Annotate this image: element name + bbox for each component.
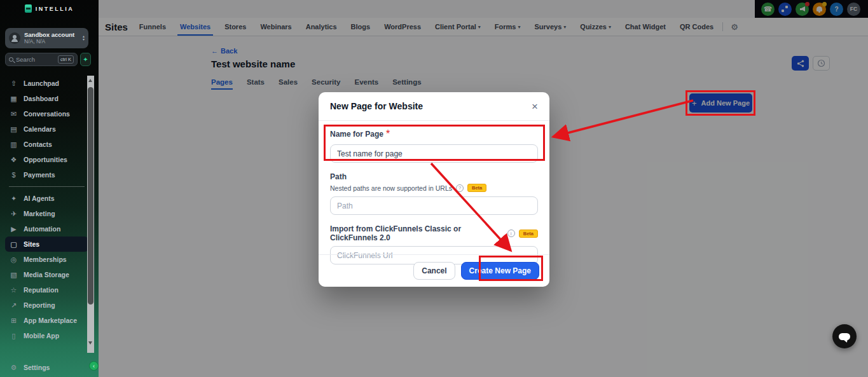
sidebar-nav: ⇧Launchpad ▦Dashboard ✉Conversations ▤Ca… [5, 76, 88, 343]
payments-dollar-icon: $ [10, 171, 18, 179]
sites-browser-icon: ▢ [10, 240, 18, 249]
sidebar-item-calendars[interactable]: ▤Calendars [5, 121, 88, 137]
sidebar-item-label: AI Agents [24, 195, 55, 202]
sidebar-item-label: Opportunities [24, 156, 67, 163]
scrollbar-thumb[interactable] [88, 87, 93, 305]
reputation-star-icon: ☆ [10, 286, 18, 294]
sidebar-item-payments[interactable]: $Payments [5, 167, 88, 182]
sidebar-item-label: Marketing [24, 210, 55, 217]
search-input[interactable]: Search ctrl K [5, 53, 78, 66]
sidebar-item-ai-agents[interactable]: ✦AI Agents [5, 191, 88, 206]
sidebar-item-conversations[interactable]: ✉Conversations [5, 106, 88, 121]
path-help-text: Nested paths are now supported in URLs [330, 184, 452, 192]
contacts-book-icon: ▥ [10, 141, 18, 149]
name-for-page-label: Name for Page [330, 130, 383, 139]
sidebar-scrollbar[interactable] [87, 76, 94, 353]
sidebar-item-label: Automation [24, 225, 60, 233]
sidebar-divider [9, 186, 85, 187]
account-avatar-icon [9, 32, 20, 44]
sidebar-collapse-button[interactable]: ‹ [89, 361, 99, 371]
sparkle-icon: ✦ [83, 56, 88, 63]
sidebar-item-mobile-app[interactable]: ▯Mobile App [5, 328, 88, 343]
sidebar-item-automation[interactable]: ▶Automation [5, 221, 88, 236]
account-name: Sandbox account [24, 32, 79, 39]
sidebar-item-label: Mobile App [24, 332, 59, 339]
sidebar-item-dashboard[interactable]: ▦Dashboard [5, 91, 88, 106]
sidebar-item-launchpad[interactable]: ⇧Launchpad [5, 76, 88, 91]
mobile-phone-icon: ▯ [10, 332, 18, 340]
sidebar-item-marketing[interactable]: ✈Marketing [5, 206, 88, 221]
scrollbar-up-arrow-icon[interactable] [88, 79, 92, 82]
account-subtext: N/A, N/A [24, 39, 79, 45]
ai-sparkle-icon: ✦ [10, 195, 18, 203]
sidebar-item-label: Conversations [24, 110, 70, 118]
sidebar-item-opportunities[interactable]: ❖Opportunities [5, 152, 88, 167]
calendar-icon: ▤ [10, 125, 18, 134]
sidebar-item-label: Media Storage [24, 271, 69, 278]
cancel-button[interactable]: Cancel [413, 262, 455, 280]
chat-bubble-icon [839, 333, 850, 340]
chat-bubble-icon: ✉ [10, 110, 18, 118]
search-icon [9, 57, 13, 62]
search-placeholder: Search [16, 56, 55, 63]
dashboard-grid-icon: ▦ [10, 95, 18, 103]
sidebar-item-label: Payments [24, 171, 55, 179]
collapse-chevron-icon: ‹ [93, 363, 95, 369]
sidebar-item-reporting[interactable]: ↗Reporting [5, 298, 88, 313]
sidebar-item-app-marketplace[interactable]: ⊞App Marketplace [5, 313, 88, 328]
import-clickfunnels-label: Import from ClickFunnels Classic or Clic… [330, 224, 504, 242]
path-input[interactable] [330, 196, 538, 215]
sidebar-item-memberships[interactable]: ◎Memberships [5, 252, 88, 267]
create-new-page-button[interactable]: Create New Page [461, 262, 539, 280]
info-circle-icon[interactable]: i [507, 230, 515, 237]
sidebar-item-label: Reputation [24, 286, 59, 294]
brand-logo: INTELLIA [0, 4, 99, 13]
chat-widget-button[interactable] [832, 324, 857, 348]
account-switcher[interactable]: Sandbox account N/A, N/A ▴▾ [5, 28, 88, 48]
rocket-icon: ⇧ [10, 79, 18, 88]
sidebar-item-label: Calendars [24, 125, 56, 133]
brand-logo-icon [25, 4, 32, 13]
paper-plane-icon: ✈ [10, 210, 18, 218]
media-image-icon: ▧ [10, 271, 18, 279]
sidebar-item-label: Memberships [24, 256, 67, 263]
sidebar: INTELLIA Sandbox account N/A, N/A ▴▾ Sea… [0, 0, 99, 377]
close-icon[interactable]: × [532, 101, 538, 112]
sidebar-item-contacts[interactable]: ▥Contacts [5, 137, 88, 152]
new-page-modal: New Page for Website × Name for Page * P… [319, 92, 549, 287]
sidebar-item-settings[interactable]: ⚙Settings [5, 360, 88, 375]
sidebar-item-label: App Marketplace [24, 317, 77, 324]
sidebar-item-reputation[interactable]: ☆Reputation [5, 282, 88, 298]
sidebar-item-label: Launchpad [24, 79, 59, 87]
sidebar-item-media-storage[interactable]: ▧Media Storage [5, 267, 88, 282]
ai-quick-button[interactable]: ✦ [80, 53, 91, 66]
membership-medal-icon: ◎ [10, 256, 18, 264]
automation-play-icon: ▶ [10, 225, 18, 233]
app-marketplace-icon: ⊞ [10, 317, 18, 325]
brand-logo-text: INTELLIA [36, 6, 74, 12]
modal-title: New Page for Website [330, 101, 423, 111]
sidebar-item-label: Dashboard [24, 95, 59, 102]
beta-badge: Beta [467, 184, 486, 192]
sidebar-item-label: Contacts [24, 141, 52, 148]
gear-icon: ⚙ [10, 364, 18, 372]
reporting-chart-icon: ↗ [10, 301, 18, 310]
account-chevrons-icon: ▴▾ [83, 35, 85, 41]
name-for-page-input[interactable] [330, 144, 538, 163]
sidebar-item-label: Settings [24, 364, 50, 371]
sidebar-item-sites[interactable]: ▢Sites [5, 236, 88, 252]
path-label: Path [330, 172, 538, 181]
beta-badge: Beta [519, 230, 538, 238]
opportunities-nodes-icon: ❖ [10, 156, 18, 164]
required-asterisk: * [386, 128, 390, 140]
scrollbar-down-arrow-icon[interactable] [88, 341, 92, 345]
sidebar-item-label: Sites [24, 240, 39, 248]
help-circle-icon[interactable]: ? [456, 184, 464, 192]
search-shortcut-badge: ctrl K [58, 55, 74, 64]
sidebar-item-label: Reporting [24, 301, 55, 309]
